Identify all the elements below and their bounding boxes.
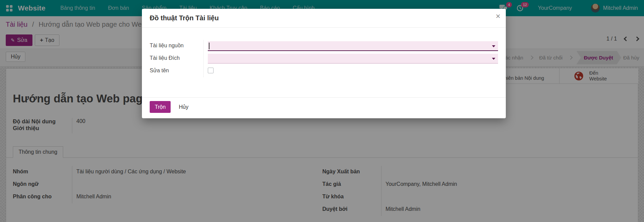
rename-row: Sửa tên xyxy=(150,65,498,77)
rename-label: Sửa tên xyxy=(150,65,204,77)
dropdown-caret-icon[interactable] xyxy=(492,58,495,60)
source-document-label: Tài liệu nguồn xyxy=(150,40,204,52)
destination-document-row: Tài liệu Đích xyxy=(150,52,498,65)
screen: Website Bảng thông tin Đơn bán Sản phẩm … xyxy=(0,0,644,222)
dialog-header: Đồ thuật Trộn Tài liệu × xyxy=(142,9,506,28)
text-cursor xyxy=(209,43,209,49)
destination-document-field-cell xyxy=(204,52,498,65)
close-icon[interactable]: × xyxy=(496,12,500,20)
rename-checkbox[interactable] xyxy=(208,68,214,73)
source-document-field-cell xyxy=(204,40,498,52)
source-document-row: Tài liệu nguồn xyxy=(150,40,498,52)
merge-documents-dialog: Đồ thuật Trộn Tài liệu × Tài liệu nguồn … xyxy=(142,9,506,118)
source-document-input[interactable] xyxy=(208,41,498,51)
dialog-cancel-button[interactable]: Hủy xyxy=(175,101,192,113)
dialog-title: Đồ thuật Trộn Tài liệu xyxy=(150,14,219,22)
dialog-body: Tài liệu nguồn Tài liệu Đích Sửa tên xyxy=(142,28,506,77)
dialog-footer: Trộn Hủy xyxy=(142,97,506,118)
destination-document-label: Tài liệu Đích xyxy=(150,52,204,65)
destination-document-input[interactable] xyxy=(208,54,498,64)
dropdown-caret-icon[interactable] xyxy=(492,45,495,47)
merge-button[interactable]: Trộn xyxy=(150,101,171,113)
rename-field-cell xyxy=(204,65,498,77)
